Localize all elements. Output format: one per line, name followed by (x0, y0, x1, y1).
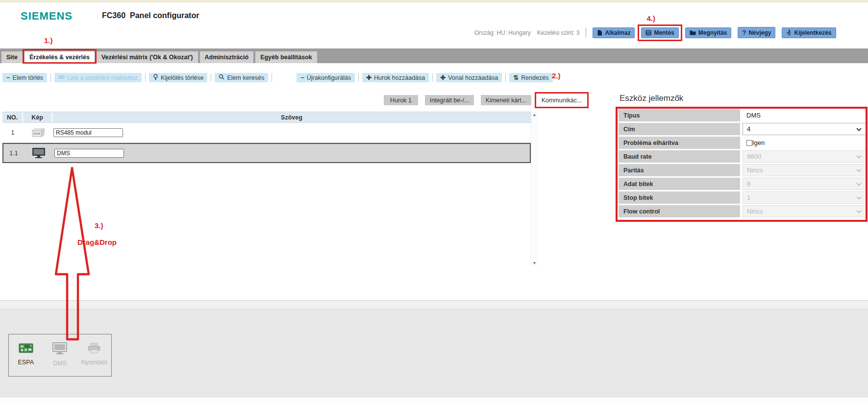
save-button[interactable]: 4.) Mentés (641, 27, 678, 38)
link-to-matrix-button[interactable]: Link a vezérlési mátrixhoz (54, 73, 142, 82)
device-palette: ESPA DMS Nyomtató (8, 334, 112, 377)
column-header-no: NO. (2, 112, 23, 122)
bottom-area (0, 309, 868, 398)
header-toolbar: Ország: HU: Hungary Kezelési szint: 3 Al… (474, 27, 836, 38)
table-header: NO. Kép Szöveg (2, 112, 531, 123)
palette-item-nyomtato[interactable]: Nyomtató (79, 342, 109, 376)
stopbits-select: 1 (743, 191, 866, 204)
tab-adminisztracio[interactable]: Adminisztráció (200, 51, 254, 63)
palette-item-dms[interactable]: DMS (45, 342, 74, 376)
property-row-problema: Probléma elhárítva Igen (619, 137, 866, 149)
siemens-logo: SIEMENS (21, 10, 73, 23)
page-title: FC360 Panel configurator (102, 11, 199, 20)
properties-grid: Típus DMS Cím 4 Probléma elhárítva Igen … (619, 109, 866, 217)
subtab-kimeneti[interactable]: Kimeneti kárt... (481, 95, 531, 105)
apply-button[interactable]: Alkalmaz (593, 27, 635, 38)
delete-element-button[interactable]: − Elem törlés (2, 73, 47, 82)
folder-icon (690, 30, 696, 35)
row-number: 1 (2, 129, 23, 136)
properties-panel-title: Eszköz jellemzők (620, 94, 866, 103)
column-header-kep: Kép (23, 112, 52, 122)
printer-icon (87, 342, 101, 356)
row-text-cell (53, 149, 530, 158)
property-row-tipus: Típus DMS (619, 109, 866, 121)
annotation-step2: 2.) (552, 71, 561, 80)
subtab-hurok1[interactable]: Hurok 1 (384, 95, 418, 105)
add-loop-button[interactable]: ✚ Hurok hozzáadása (362, 73, 429, 82)
chevron-down-icon (856, 194, 862, 201)
palette-item-espa[interactable]: ESPA (11, 342, 41, 376)
bulb-icon (153, 74, 158, 82)
logout-button[interactable]: Kijelentkezés (782, 27, 836, 38)
databits-select: 8 (743, 178, 866, 190)
table-row-selected[interactable]: 1.1 (2, 143, 531, 163)
property-row-adatbitek: Adat bitek 8 (619, 178, 866, 190)
page-title-name: Panel configurator (130, 11, 199, 20)
device-table: NO. Kép Szöveg 1 RS485 1.1 (2, 112, 538, 267)
plus-icon: ✚ (366, 74, 372, 81)
circuit-board-icon (18, 342, 34, 356)
property-row-cim: Cím 4 (619, 123, 866, 135)
table-scrollbar[interactable]: ▲ ▼ (531, 112, 538, 267)
tab-vezerlesi-matrix[interactable]: Vezérlési mátrix ('Ok & Okozat') (97, 51, 198, 63)
element-text-input[interactable] (54, 149, 124, 158)
problem-resolved-checkbox[interactable] (746, 140, 752, 146)
row-text-cell (52, 128, 531, 137)
subtab-kommunikacio[interactable]: 2.) Kommunikác... (538, 95, 585, 105)
chevron-down-icon (856, 125, 862, 133)
about-button[interactable]: ? Névjegy (738, 27, 775, 38)
clear-selection-button[interactable]: Kijelölés törlése (149, 73, 208, 82)
annotation-step4: 4.) (646, 14, 655, 23)
tab-egyeb-beallitasok[interactable]: Egyéb beállítások (255, 51, 317, 63)
flowcontrol-select: Nincs (743, 205, 866, 217)
card-subtabs: Hurok 1 Integrált be-/... Kimeneti kárt.… (384, 95, 585, 105)
chevron-down-icon (856, 166, 862, 174)
open-button[interactable]: Megnyitás (685, 27, 732, 38)
property-row-paritas: Paritás Nincs (619, 164, 866, 176)
scroll-up-icon[interactable]: ▲ (533, 113, 537, 117)
svg-text:RS485: RS485 (33, 133, 40, 135)
monitor-icon (52, 342, 68, 357)
page-title-model: FC360 (102, 11, 125, 20)
bottom-strip (0, 398, 868, 402)
minus-icon: − (300, 74, 304, 81)
search-icon (219, 74, 224, 81)
header-divider (586, 28, 586, 37)
property-row-baudrate: Baud rate 9600 (619, 150, 866, 163)
column-header-szoveg: Szöveg (52, 112, 531, 122)
parity-select: Nincs (743, 164, 866, 176)
checkbox-label: Igen (752, 139, 765, 146)
chevron-down-icon (856, 208, 862, 215)
tab-erzekeles-vezerles[interactable]: 1.) Érzékelés & vezérlés (25, 51, 95, 63)
reconfigure-button[interactable]: − Újrakonfigurálás (297, 73, 355, 82)
top-accent-strip (0, 0, 868, 2)
baudrate-select: 9600 (743, 150, 866, 163)
country-label: Ország: HU: Hungary (474, 29, 531, 36)
main-tab-bar: Site 1.) Érzékelés & vezérlés Vezérlési … (0, 48, 868, 63)
address-select[interactable]: 4 (743, 123, 866, 135)
minus-icon: − (6, 74, 10, 81)
document-icon (597, 30, 602, 36)
sort-button[interactable]: ⇅ Rendezés (509, 73, 552, 82)
question-icon: ? (742, 29, 746, 36)
find-element-button[interactable]: Elem keresés (215, 73, 268, 82)
property-row-stopbitek: Stop bitek 1 (619, 191, 866, 204)
properties-panel: Eszköz jellemzők Típus DMS Cím 4 Problém… (619, 94, 866, 217)
link-icon (58, 74, 65, 81)
logout-icon (786, 29, 792, 36)
property-row-flowcontrol: Flow control Nincs (619, 205, 866, 217)
tipus-value: DMS (743, 109, 866, 121)
scroll-down-icon[interactable]: ▼ (533, 261, 537, 265)
element-text-input[interactable] (53, 128, 123, 137)
chevron-down-icon (856, 153, 862, 160)
table-row[interactable]: 1 RS485 (2, 123, 531, 143)
tab-site[interactable]: Site (1, 51, 23, 63)
content-footer-band (0, 300, 868, 309)
plus-icon: ✚ (440, 74, 446, 81)
sort-icon: ⇅ (513, 74, 519, 81)
annotation-step1: 1.) (44, 36, 53, 45)
subtab-integralt[interactable]: Integrált be-/... (425, 95, 474, 105)
rs485-module-icon: RS485 (23, 128, 52, 138)
monitor-icon (24, 147, 53, 159)
add-line-button[interactable]: ✚ Vonal hozzáadása (436, 73, 502, 82)
